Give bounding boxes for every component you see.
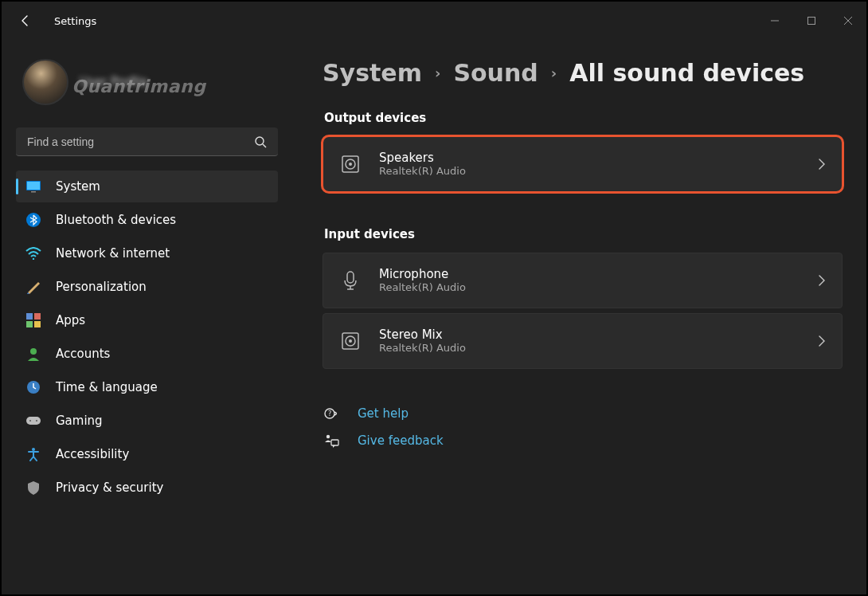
chevron-right-icon <box>818 335 826 347</box>
svg-rect-15 <box>26 417 41 425</box>
apps-icon <box>25 312 41 328</box>
device-sub: Realtek(R) Audio <box>379 281 800 294</box>
device-card-stereo-mix[interactable]: Stereo Mix Realtek(R) Audio <box>323 313 843 369</box>
nav-list: System Bluetooth & devices Network & int… <box>16 171 278 504</box>
search-icon <box>254 135 267 148</box>
svg-rect-6 <box>31 191 36 193</box>
chevron-right-icon: › <box>435 65 440 81</box>
sidebar-item-label: Apps <box>56 313 85 327</box>
brush-icon <box>25 279 41 295</box>
device-name: Stereo Mix <box>379 327 800 343</box>
maximize-button[interactable] <box>793 8 830 33</box>
svg-rect-31 <box>331 440 338 445</box>
svg-rect-11 <box>26 321 33 327</box>
speaker-icon <box>339 330 362 352</box>
give-feedback-link[interactable]: Give feedback <box>323 433 843 449</box>
sidebar-item-time-language[interactable]: Time & language <box>16 371 278 403</box>
svg-point-2 <box>256 137 264 145</box>
svg-point-13 <box>30 348 37 355</box>
device-name: Speakers <box>379 151 800 166</box>
input-devices-heading: Input devices <box>324 227 843 241</box>
speaker-icon <box>339 153 362 175</box>
title-bar: Settings <box>2 2 866 40</box>
svg-point-8 <box>33 258 34 260</box>
window-controls <box>757 8 866 33</box>
back-button[interactable] <box>16 14 35 27</box>
svg-line-3 <box>263 144 266 147</box>
microphone-icon <box>339 269 362 292</box>
bluetooth-icon <box>25 212 41 228</box>
sidebar-item-privacy[interactable]: Privacy & security <box>16 472 278 504</box>
person-icon <box>25 346 41 362</box>
avatar <box>22 59 68 105</box>
breadcrumb-level1[interactable]: System <box>323 59 422 87</box>
link-text: Get help <box>358 406 409 421</box>
help-icon: ? <box>323 406 340 422</box>
sidebar-item-label: Time & language <box>56 380 158 394</box>
svg-point-27 <box>349 339 352 343</box>
svg-text:?: ? <box>328 410 331 418</box>
profile-block[interactable]: User Profile Quantrimang <box>16 54 278 121</box>
breadcrumb-level3: All sound devices <box>569 59 804 87</box>
sidebar-item-personalization[interactable]: Personalization <box>16 271 278 303</box>
output-devices-heading: Output devices <box>324 111 843 125</box>
close-button[interactable] <box>830 8 866 33</box>
sidebar-item-accounts[interactable]: Accounts <box>16 338 278 370</box>
svg-point-30 <box>326 435 330 438</box>
svg-rect-10 <box>34 313 41 320</box>
accessibility-icon <box>25 446 41 462</box>
chevron-right-icon <box>818 158 826 171</box>
sidebar-item-label: Network & internet <box>56 246 170 261</box>
minimize-button[interactable] <box>757 8 793 33</box>
svg-rect-22 <box>347 272 354 283</box>
device-name: Microphone <box>379 267 800 282</box>
link-text: Give feedback <box>358 433 444 448</box>
device-sub: Realtek(R) Audio <box>379 342 800 355</box>
sidebar-item-label: System <box>56 179 100 194</box>
sidebar-item-label: Privacy & security <box>56 480 163 495</box>
sidebar-item-label: Bluetooth & devices <box>56 213 176 227</box>
chevron-right-icon <box>818 274 826 287</box>
sidebar-item-label: Accounts <box>56 347 110 361</box>
watermark: Quantrimang <box>72 76 205 96</box>
app-title: Settings <box>54 15 96 27</box>
svg-rect-12 <box>34 321 41 327</box>
svg-rect-9 <box>26 313 33 320</box>
breadcrumb-level2[interactable]: Sound <box>453 59 538 87</box>
breadcrumb: System › Sound › All sound devices <box>323 59 843 87</box>
shield-icon <box>25 480 41 496</box>
svg-point-16 <box>29 420 31 422</box>
sidebar-item-system[interactable]: System <box>16 171 278 202</box>
sidebar-item-label: Accessibility <box>56 447 129 461</box>
search-box[interactable] <box>16 127 278 156</box>
get-help-link[interactable]: ? Get help <box>323 406 843 422</box>
svg-point-17 <box>36 420 37 422</box>
wifi-icon <box>25 245 41 261</box>
sidebar-item-bluetooth[interactable]: Bluetooth & devices <box>16 204 278 236</box>
device-card-speakers[interactable]: Speakers Realtek(R) Audio <box>323 136 843 192</box>
sidebar-item-gaming[interactable]: Gaming <box>16 405 278 437</box>
sidebar-item-accessibility[interactable]: Accessibility <box>16 438 278 470</box>
svg-rect-1 <box>808 18 815 25</box>
device-sub: Realtek(R) Audio <box>379 165 800 178</box>
content-pane: System › Sound › All sound devices Outpu… <box>284 40 866 594</box>
svg-point-18 <box>32 448 35 451</box>
svg-rect-5 <box>27 182 40 190</box>
system-icon <box>25 178 41 194</box>
sidebar-item-apps[interactable]: Apps <box>16 304 278 336</box>
chevron-right-icon: › <box>551 65 557 81</box>
gamepad-icon <box>25 413 41 429</box>
sidebar-item-label: Personalization <box>56 280 147 294</box>
clock-globe-icon <box>25 379 41 395</box>
sidebar-item-label: Gaming <box>56 414 103 428</box>
svg-point-21 <box>349 163 352 166</box>
sidebar-item-network[interactable]: Network & internet <box>16 237 278 269</box>
search-input[interactable] <box>27 135 254 148</box>
device-card-microphone[interactable]: Microphone Realtek(R) Audio <box>323 253 843 308</box>
sidebar: User Profile Quantrimang System Bluetoot… <box>2 40 284 594</box>
feedback-icon <box>323 433 340 449</box>
